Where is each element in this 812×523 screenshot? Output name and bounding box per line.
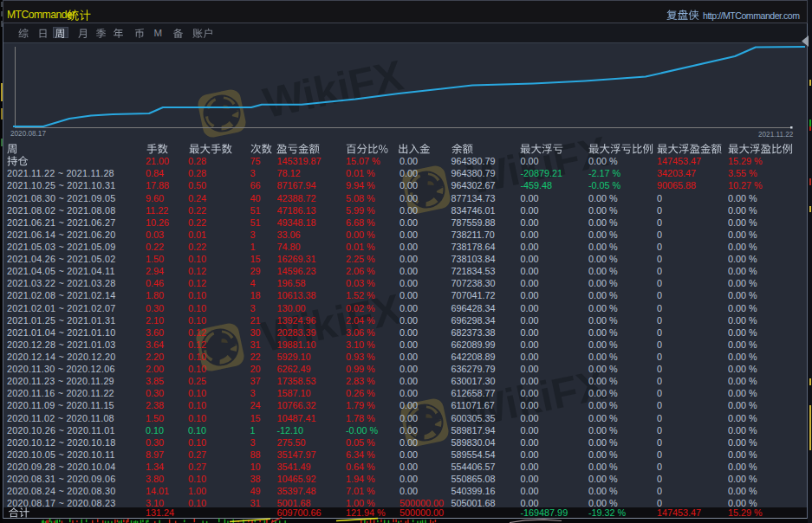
svg-text:WikiFX: WikiFX [259,51,407,126]
